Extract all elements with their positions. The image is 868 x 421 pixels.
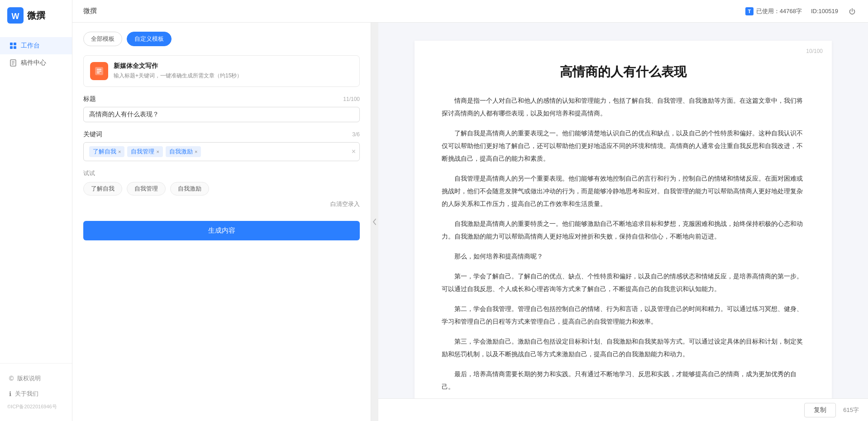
preview-content: 10/100 高情商的人有什么表现 情商是指一个人对自己和他人的感情的认知和管理… xyxy=(415,41,832,398)
try-tag-2[interactable]: 自我激励 xyxy=(170,182,209,196)
word-count: 615字 xyxy=(843,406,859,414)
workbench-icon xyxy=(9,42,17,50)
info-icon: ℹ xyxy=(9,390,11,397)
sidebar-nav: 工作台 稿件中心 xyxy=(0,33,72,363)
header-title: 微撰 xyxy=(83,7,97,15)
svg-rect-3 xyxy=(14,43,16,45)
preview-para-0: 情商是指一个人对自己和他人的感情的认知和管理能力，包括了解自我、自我管理、自我激… xyxy=(442,94,805,120)
preview-para-7: 第三，学会激励自己。激励自己包括设定目标和计划、自我激励和自我奖励等方式。可以通… xyxy=(442,335,805,360)
content-area: 全部模板 自定义模板 新媒体全文写作 输入标题+关键词，一键准确生成所需文章（约… xyxy=(72,23,868,421)
preview-para-2: 自我管理是高情商人的另一个重要表现。他们能够有效地控制自己的言行和行为，控制自己… xyxy=(442,172,805,210)
preview-para-1: 了解自我是高情商人的重要表现之一。他们能够清楚地认识自己的优点和缺点，以及自己的… xyxy=(442,127,805,165)
sidebar-footer: © 版权说明 ℹ 关于我们 ©ICP备2022016946号 xyxy=(0,363,72,421)
preview-para-3: 自我激励是高情商人的重要特质之一。他们能够激励自己不断地追求目标和梦想，克服困难… xyxy=(442,217,805,243)
try-section: 试试 了解自我 自我管理 自我激励 白清空录入 xyxy=(83,169,360,208)
collapse-handle[interactable] xyxy=(371,23,378,421)
footer-copyright[interactable]: © 版权说明 xyxy=(0,371,72,386)
preview-body: 情商是指一个人对自己和他人的感情的认知和管理能力，包括了解自我、自我管理、自我激… xyxy=(442,94,805,393)
keyword-count: 3/6 xyxy=(352,131,360,138)
top-header: 微撰 T 已使用：44768字 ID:100519 xyxy=(72,0,868,23)
usage-info: T 已使用：44768字 xyxy=(745,7,802,15)
keyword-section: 关键词 3/6 了解自我 × 自我管理 × 自我激励 × xyxy=(83,130,360,161)
preview-area: 10/100 高情商的人有什么表现 情商是指一个人对自己和他人的感情的认知和管理… xyxy=(378,23,868,398)
template-desc: 输入标题+关键词，一键准确生成所需文章（约15秒） xyxy=(114,72,242,80)
usage-icon: T xyxy=(745,7,754,15)
generate-button[interactable]: 生成内容 xyxy=(83,221,360,240)
keyword-tag-0: 了解自我 × xyxy=(89,146,124,157)
try-tag-1[interactable]: 自我管理 xyxy=(127,182,166,196)
icp-text: ©ICP备2022016946号 xyxy=(0,402,72,414)
copy-button[interactable]: 复制 xyxy=(804,403,836,417)
title-label: 标题 xyxy=(83,95,96,103)
try-clear-btn[interactable]: 白清空录入 xyxy=(83,200,360,208)
template-info: 新媒体全文写作 输入标题+关键词，一键准确生成所需文章（约15秒） xyxy=(114,62,242,80)
keyword-remove-1[interactable]: × xyxy=(156,149,159,154)
id-info: ID:100519 xyxy=(811,8,838,14)
power-button[interactable] xyxy=(847,6,857,16)
svg-rect-4 xyxy=(10,46,13,49)
sidebar-item-drafts[interactable]: 稿件中心 xyxy=(0,54,72,72)
svg-text:W: W xyxy=(12,12,19,21)
try-label: 试试 xyxy=(83,169,360,177)
preview-para-5: 第一，学会了解自己。了解自己的优点、缺点、个性特质和偏好，以及自己的情感状态和情… xyxy=(442,270,805,295)
svg-rect-5 xyxy=(14,46,16,49)
drafts-icon xyxy=(9,59,17,67)
logo-area: W 微撰 xyxy=(0,0,72,33)
logo-icon: W xyxy=(7,7,24,24)
keyword-label: 关键词 xyxy=(83,130,102,139)
footer-about[interactable]: ℹ 关于我们 xyxy=(0,386,72,402)
template-title: 新媒体全文写作 xyxy=(114,62,242,70)
tab-bar: 全部模板 自定义模板 xyxy=(83,32,360,46)
workbench-label: 工作台 xyxy=(21,42,40,50)
keyword-tag-1: 自我管理 × xyxy=(127,146,162,157)
try-tags: 了解自我 自我管理 自我激励 xyxy=(83,182,360,196)
sidebar-item-workbench[interactable]: 工作台 xyxy=(0,37,72,54)
svg-rect-2 xyxy=(10,43,13,45)
left-panel: 全部模板 自定义模板 新媒体全文写作 输入标题+关键词，一键准确生成所需文章（约… xyxy=(72,23,371,421)
preview-para-8: 最后，培养高情商需要长期的努力和实践。只有通过不断地学习、反思和实践，才能够提高… xyxy=(442,368,805,393)
preview-para-4: 那么，如何培养和提高情商呢？ xyxy=(442,250,805,263)
keywords-clear-btn[interactable]: × xyxy=(352,148,356,156)
drafts-label: 稿件中心 xyxy=(21,59,46,67)
app-name: 微撰 xyxy=(27,10,45,22)
title-count: 11/100 xyxy=(343,96,360,102)
header-right: T 已使用：44768字 ID:100519 xyxy=(745,6,857,16)
template-icon xyxy=(90,62,108,80)
usage-label: 已使用：44768字 xyxy=(756,7,802,15)
preview-para-6: 第二，学会自我管理。管理自己包括控制自己的情绪、行为和言语，以及管理自己的时间和… xyxy=(442,302,805,328)
try-tag-0[interactable]: 了解自我 xyxy=(83,182,122,196)
keyword-remove-0[interactable]: × xyxy=(118,149,121,154)
preview-footer: 复制 615字 xyxy=(378,398,868,421)
tab-custom[interactable]: 自定义模板 xyxy=(127,32,172,46)
keyword-label-row: 关键词 3/6 xyxy=(83,130,360,139)
page-number: 10/100 xyxy=(806,48,823,54)
sidebar: W 微撰 工作台 xyxy=(0,0,72,421)
preview-title: 高情商的人有什么表现 xyxy=(442,63,805,81)
keyword-remove-2[interactable]: × xyxy=(195,149,197,154)
keywords-box[interactable]: 了解自我 × 自我管理 × 自我激励 × × xyxy=(83,142,360,161)
right-panel: 10/100 高情商的人有什么表现 情商是指一个人对自己和他人的感情的认知和管理… xyxy=(378,23,868,421)
template-card: 新媒体全文写作 输入标题+关键词，一键准确生成所需文章（约15秒） xyxy=(83,55,360,87)
main-wrapper: 微撰 T 已使用：44768字 ID:100519 全部模板 自定义模板 xyxy=(72,0,868,421)
title-label-row: 标题 11/100 xyxy=(83,95,360,103)
tab-all[interactable]: 全部模板 xyxy=(83,32,122,46)
title-input[interactable] xyxy=(83,107,360,122)
title-section: 标题 11/100 xyxy=(83,95,360,122)
copyright-icon: © xyxy=(9,375,14,382)
keyword-tag-2: 自我激励 × xyxy=(166,146,201,157)
